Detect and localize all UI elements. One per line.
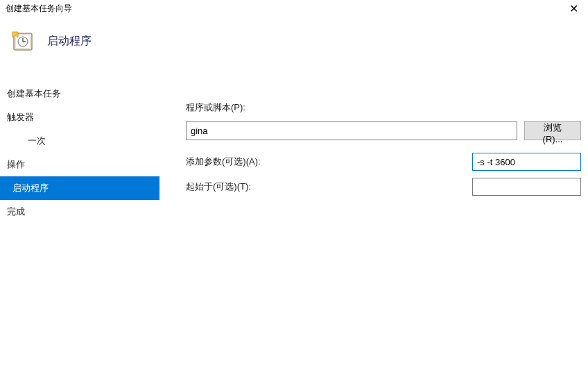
sidebar-item-action[interactable]: 操作 xyxy=(0,153,159,176)
titlebar: 创建基本任务向导 ✕ xyxy=(0,0,588,17)
task-scheduler-icon xyxy=(11,29,35,53)
arguments-row: 添加参数(可选)(A): xyxy=(159,153,581,171)
wizard-sidebar: 创建基本任务 触发器 一次 操作 启动程序 完成 xyxy=(0,78,159,377)
arguments-input[interactable] xyxy=(472,153,581,171)
sidebar-item-once[interactable]: 一次 xyxy=(0,129,159,153)
svg-point-7 xyxy=(13,33,14,33)
sidebar-item-start-program[interactable]: 启动程序 xyxy=(0,176,159,200)
sidebar-item-create-task[interactable]: 创建基本任务 xyxy=(0,82,159,106)
wizard-header: 启动程序 xyxy=(0,17,588,78)
sidebar-item-finish[interactable]: 完成 xyxy=(0,200,159,224)
start-in-input[interactable] xyxy=(472,178,581,196)
arguments-label: 添加参数(可选)(A): xyxy=(159,156,472,168)
start-in-row: 起始于(可选)(T): xyxy=(159,178,581,196)
window-title: 创建基本任务向导 xyxy=(6,3,72,15)
program-input-row: 浏览(R)... xyxy=(159,121,581,140)
wizard-main: 程序或脚本(P): 浏览(R)... 添加参数(可选)(A): 起始于(可选)(… xyxy=(159,78,588,377)
sidebar-item-trigger[interactable]: 触发器 xyxy=(0,106,159,129)
close-icon[interactable]: ✕ xyxy=(565,2,582,15)
program-script-input[interactable] xyxy=(186,122,517,140)
start-in-label: 起始于(可选)(T): xyxy=(159,181,472,193)
browse-button[interactable]: 浏览(R)... xyxy=(524,121,581,140)
program-script-label: 程序或脚本(P): xyxy=(159,101,581,114)
wizard-body: 创建基本任务 触发器 一次 操作 启动程序 完成 程序或脚本(P): 浏览(R)… xyxy=(0,78,588,377)
page-title: 启动程序 xyxy=(47,34,92,49)
